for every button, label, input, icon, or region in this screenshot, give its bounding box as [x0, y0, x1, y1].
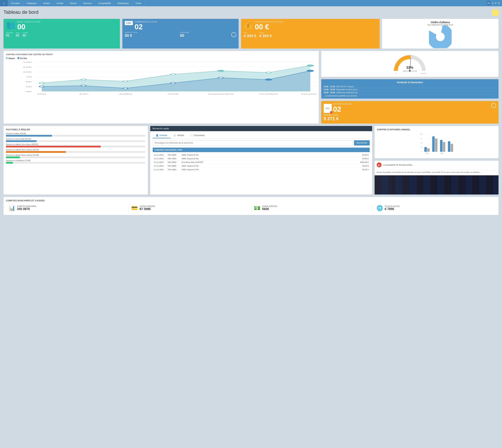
legend-magasin: Magasin [6, 57, 15, 59]
tab-articles[interactable]: 🛒 Articles [170, 133, 187, 138]
chart-title: CHIFFRE D'AFFAIRES PAR CENTRE DE PROFIT [6, 53, 316, 55]
svg-rect-59 [432, 136, 435, 152]
tab-documents[interactable]: 📄 Documents [187, 133, 208, 138]
page-header: Tableau de bord [3, 9, 499, 16]
bank-icon-especes: 💵 [254, 205, 260, 211]
pie-chart-card: Chiffre d'affaires Par catégories de cli… [382, 19, 499, 48]
svg-text:25: 25 [421, 146, 422, 148]
svg-text:5K: 5K [26, 81, 32, 83]
calendar-more: ...12 évènements planifiés pour le13/11 [324, 95, 496, 97]
news-header: g+ La sauvegarde de données profes... [375, 161, 499, 169]
user-avatar[interactable]: LD [486, 1, 491, 5]
tab-contact[interactable]: 👤 Contact [153, 133, 170, 138]
calendar-event-0: 12:00 - 13:00 RDV ACTIV Travaux [324, 85, 496, 88]
doc-icon: 📄 [190, 134, 193, 137]
invoice-bar-row: Factures en envoi initial (28/130) [6, 138, 145, 142]
doc-row-3: 11-11-2014 FAC-90k0 SARL Dupont & Fils 5… [153, 164, 370, 168]
svg-point-21 [81, 79, 86, 80]
nav-services[interactable]: Services [80, 0, 95, 6]
svg-point-27 [39, 86, 44, 87]
nav-right: LD ℹ ↻ ☰ [486, 1, 502, 5]
svg-text:75: 75 [421, 138, 422, 139]
nav-stocks[interactable]: Stocks [67, 0, 80, 6]
chart-legend: Magasin Site Web [6, 57, 316, 59]
fac-card: FAC ! FACTURES À RÉGLER 02 MONTANT TOTAL… [321, 101, 499, 124]
kpi-clients-label: NOUV. CLIENTS DU JOUR [17, 21, 40, 23]
invoice-bar-row: Factures en attente 1ère relance (88/130… [6, 144, 145, 147]
nav-comptabilite[interactable]: Comptabilité [95, 0, 114, 6]
nav-statistiques[interactable]: Statistiques [114, 0, 132, 6]
nav-outils[interactable]: Outils [132, 0, 144, 6]
svg-point-22 [123, 80, 128, 82]
info-icon[interactable]: ℹ [492, 2, 493, 4]
svg-text:2008: 2008 [440, 153, 443, 154]
line-chart: 15K 12K 10K 7K 5K 2K 0K [6, 60, 316, 96]
bank-items: 📊 COMPTES BANCAIRES 345 087€ 💳 CAISSE CH… [6, 204, 496, 212]
bank-title: COMPTES BANCAIRES et CAISSES [6, 199, 496, 202]
menu-icon[interactable]: ☰ [498, 2, 500, 4]
svg-point-20 [39, 82, 44, 84]
svg-rect-61 [440, 140, 442, 152]
bank-telecollectes: 🌐 TELECOLLECTES 6 789€ [374, 204, 496, 212]
calendar-date: Vendredi 13 Novembre [324, 81, 496, 84]
factures-title: FACTURES À RÉGLER [6, 128, 145, 131]
sticky-note[interactable] [492, 9, 499, 16]
invoice-bar-row: Factures en contentieux (7/130) [6, 160, 145, 164]
svg-text:Octobre: Octobre [259, 93, 278, 95]
svg-point-26 [307, 65, 313, 66]
nav-annuaire[interactable]: Annuaire [8, 0, 23, 6]
kpi-ca-card: 💰 CHIFFRE D'AFFAIRES DU JOUR 00 € MOIS 4… [241, 19, 380, 48]
doc-row-1: 11-11-2014 FAC-90k0 SARL Dupont & Fils 5… [153, 157, 370, 160]
nav-achats[interactable]: Achats [53, 0, 67, 6]
dashboard: 👥 NOUV. CLIENTS DU JOUR 00 SEMAINE 01 MO… [3, 19, 499, 215]
calendar-event-1: 14:00 - 15:00 Reprendre le devis de la .… [324, 88, 496, 91]
annual-chart-title: CHIFFRE D'AFFAIRES ANNUEL [377, 128, 496, 131]
news-body: Assurer la parfaite conservation de vos … [375, 169, 499, 175]
home-button[interactable]: ⌂ [0, 0, 8, 6]
svg-text:33%: 33% [406, 65, 413, 69]
home-icon: ⌂ [3, 1, 5, 5]
recent-docs-header: 5 derniers documents créés [153, 148, 370, 152]
main-nav: ⌂ Annuaire Catalogue Ventes Achats Stock… [0, 0, 502, 6]
kpi-clients-card: 👥 NOUV. CLIENTS DU JOUR 00 SEMAINE 01 MO… [3, 19, 120, 48]
kpi-commandes-label: COMMANDES EN COURS [135, 21, 157, 23]
calendar-panel: Vendredi 13 Novembre 12:00 - 13:00 RDV A… [321, 79, 499, 98]
kpi-commandes-card: CDC COMMANDES EN COURS 02 MONTANT TOTAL … [122, 19, 239, 48]
sync-icon[interactable]: ↻ [495, 2, 496, 4]
nav-catalogue[interactable]: Catalogue [23, 0, 40, 6]
documents-list: 11-11-2014 FAC-90k0 SARL Dupont & Fils 5… [153, 153, 370, 172]
contact-icon: 👤 [156, 134, 158, 137]
svg-text:0: 0 [422, 151, 422, 152]
annual-bar-chart: 100 75 50 25 0 [377, 133, 496, 155]
mid-row: CHIFFRE D'AFFAIRES PAR CENTRE DE PROFIT … [3, 51, 499, 124]
factures-panel: FACTURES À RÉGLER Factures à éditer (43/… [3, 126, 148, 194]
search-bar: Rechercher [153, 140, 370, 145]
fac-arrow-button[interactable]: › [491, 103, 496, 108]
doc-row-2: 11-11-2014 FAC-90k0 M et Mme Elise DUPON… [153, 160, 370, 164]
kpi-a-realiser: A RÉALISER 00 [180, 32, 189, 38]
svg-rect-63 [448, 141, 450, 152]
kpi-ca-mois: MOIS 4 393 € [243, 32, 256, 38]
svg-point-24 [218, 70, 224, 72]
svg-text:15K: 15K [23, 61, 32, 63]
search-tabs: 👤 Contact 🛒 Articles 📄 Documents [153, 133, 370, 139]
svg-rect-60 [435, 139, 437, 152]
svg-text:7K: 7K [26, 76, 32, 78]
search-button[interactable]: Rechercher [354, 140, 370, 145]
bank-accounts-panel: COMPTES BANCAIRES et CAISSES 📊 COMPTES B… [3, 197, 499, 215]
svg-point-29 [123, 88, 128, 89]
svg-rect-64 [451, 144, 453, 152]
svg-text:2006: 2006 [425, 153, 428, 154]
search-input[interactable] [153, 140, 353, 145]
kpi-clients-value: 00 [17, 23, 40, 31]
doc-row-0: 11-11-2014 FAC-90k0 SARL Dupont & Fils 5… [153, 153, 370, 157]
fac-label: FACTURES À RÉGLER [333, 103, 352, 105]
fac-value: 02 [333, 105, 352, 113]
kpi-ca-annee: ANNEE 4 393 € [259, 32, 272, 38]
nav-ventes[interactable]: Ventes [40, 0, 53, 6]
kpi-clients-annee: ANNEE 02 [23, 32, 28, 37]
bank-especes: 💵 CAISSE ESPECES 560€ [251, 204, 374, 212]
commandes-arrow-button[interactable]: › [231, 32, 236, 37]
svg-rect-58 [427, 148, 429, 152]
kpi-commandes-footer: MONTANT TOTAL 00 € A RÉALISER 00 › [125, 32, 236, 38]
